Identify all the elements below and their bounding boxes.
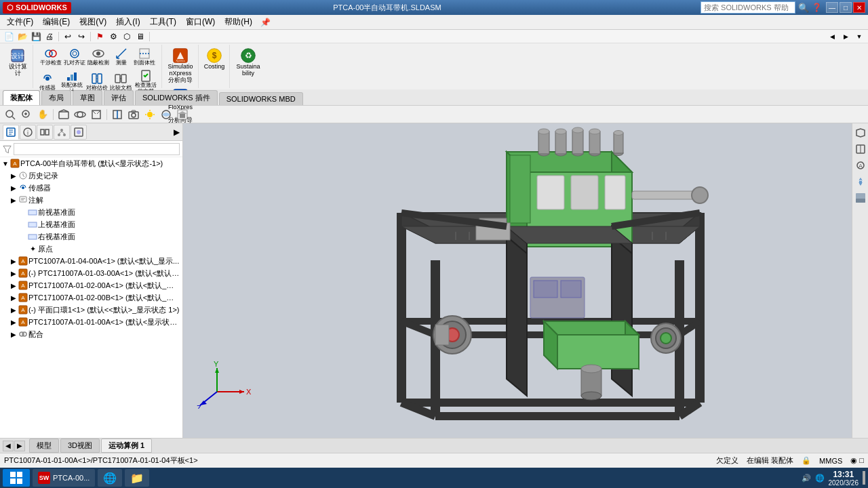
tree-part2[interactable]: ▶ A (-) PTC171007A-01-03-00A<1> (默认<默认_显…	[0, 267, 182, 279]
lp-tab-feature[interactable]	[3, 125, 19, 140]
bt-tab-motion[interactable]: 运动算例 1	[101, 439, 152, 453]
display-pane-btn[interactable]	[854, 142, 867, 156]
section-view-btn[interactable]	[110, 107, 125, 122]
view-setting-btn[interactable]	[854, 126, 867, 140]
sustainability-button[interactable]: ♻ Sustainability	[233, 46, 263, 79]
options-icon[interactable]: ⚙	[107, 30, 119, 43]
view-orient-btn[interactable]	[56, 107, 71, 122]
part4-expand-icon[interactable]: ▶	[9, 294, 18, 302]
scene-btn[interactable]	[175, 107, 190, 122]
zoom-in-btn[interactable]	[19, 107, 34, 122]
taskbar-explorer-app[interactable]: 📁	[125, 469, 149, 487]
measure-button[interactable]: 测量	[111, 46, 132, 67]
restore-button[interactable]: □	[840, 2, 852, 13]
taskbar-sw-app[interactable]: SW PTCA-00...	[33, 469, 95, 487]
print-icon[interactable]: 🖨	[43, 30, 56, 43]
tree-top-plane[interactable]: 上视基准面	[0, 218, 182, 230]
appearance-btn[interactable]	[854, 175, 867, 188]
start-button[interactable]	[3, 469, 30, 487]
taskbar-browser-app[interactable]: 🌐	[98, 469, 122, 487]
screen-icon[interactable]: 🖥	[134, 30, 146, 43]
float-btn[interactable]: ◀	[826, 30, 838, 43]
lp-tab-tree[interactable]	[54, 125, 70, 140]
part1-expand-icon[interactable]: ▶	[9, 258, 18, 265]
menu-help[interactable]: 帮助(H)	[220, 15, 256, 29]
pan-btn[interactable]: ✋	[35, 107, 50, 122]
menu-edit[interactable]: 编辑(E)	[39, 15, 74, 29]
costing-button[interactable]: $ Costing	[202, 46, 226, 72]
wireframe-btn[interactable]	[89, 107, 104, 122]
lp-tab-config[interactable]	[37, 125, 53, 140]
search-icon[interactable]: 🔍	[798, 3, 809, 13]
lp-filter-input[interactable]	[14, 143, 180, 155]
minimize-button[interactable]: —	[826, 2, 838, 13]
tab-sketch[interactable]: 草图	[73, 90, 102, 105]
annotations-expand-icon[interactable]: ▶	[9, 197, 18, 204]
tree-history[interactable]: ▶ 历史记录	[0, 169, 182, 182]
undo-icon[interactable]: ↩	[62, 30, 74, 43]
part5-expand-icon[interactable]: ▶	[9, 306, 18, 314]
tab-layout[interactable]: 布局	[41, 90, 71, 105]
part6-expand-icon[interactable]: ▶	[9, 319, 18, 326]
sensors-expand-icon[interactable]: ▶	[9, 184, 18, 192]
tree-mates[interactable]: ▶ 配合	[0, 328, 182, 340]
menu-file[interactable]: 文件(F)	[3, 15, 37, 29]
hide-check-button[interactable]: 隐蔽检测	[87, 46, 110, 67]
design-calc-button[interactable]: 设计 设计算计	[5, 46, 30, 79]
part2-expand-icon[interactable]: ▶	[9, 270, 18, 277]
part3-expand-icon[interactable]: ▶	[9, 282, 18, 289]
menu-view[interactable]: 视图(V)	[75, 15, 111, 29]
lp-tab-property[interactable]: i	[20, 125, 36, 140]
tree-part6[interactable]: ▶ A PTC171007A-01-01-00A<1> (默认<显示状态-...	[0, 316, 182, 328]
tree-part1[interactable]: ▶ A PTC1007A-01-04-00A<1> (默认<默认_显示...	[0, 255, 182, 267]
tab-evaluate[interactable]: 评估	[104, 90, 134, 105]
lighting-btn[interactable]	[142, 107, 157, 122]
menu-tools[interactable]: 工具(T)	[146, 15, 180, 29]
display-btn[interactable]	[159, 107, 174, 122]
root-expand-icon[interactable]: ▼	[1, 160, 9, 167]
taskbar-volume-icon[interactable]: 🔊	[802, 474, 811, 483]
extra-icon[interactable]: ⬡	[121, 30, 133, 43]
hide-show-btn[interactable]	[73, 107, 87, 122]
annotation-btn[interactable]: A	[854, 159, 867, 172]
search-input[interactable]	[701, 1, 795, 14]
menu-window[interactable]: 窗口(W)	[182, 15, 219, 29]
tree-root[interactable]: ▼ A PTCA-00半自动耳带机 (默认<显示状态-1>)	[0, 157, 182, 169]
tree-front-plane[interactable]: 前视基准面	[0, 206, 182, 218]
viewport[interactable]: X Y Z	[183, 123, 852, 438]
redo-icon[interactable]: ↪	[75, 30, 87, 43]
tree-annotations[interactable]: ▶ 注解	[0, 194, 182, 206]
bt-prev-btn[interactable]: ◀	[3, 441, 14, 451]
camera-btn[interactable]	[126, 107, 141, 122]
help-icon[interactable]: ❓	[812, 3, 822, 12]
show-desktop-btn[interactable]	[863, 471, 865, 485]
menu-insert[interactable]: 插入(I)	[112, 15, 144, 29]
tree-part5[interactable]: ▶ A (-) 平面口環1<1> (默认<<默认>_显示状态 1>)	[0, 304, 182, 316]
history-expand-icon[interactable]: ▶	[9, 172, 18, 180]
scene-bg-btn[interactable]	[854, 191, 867, 205]
float-btn3[interactable]: ▼	[853, 30, 865, 43]
lp-expand-btn[interactable]: ▶	[174, 127, 180, 137]
zoom-to-fit-btn[interactable]	[3, 107, 18, 122]
tab-sw-plugins[interactable]: SOLIDWORKS 插件	[135, 90, 218, 105]
float-btn2[interactable]: ▶	[840, 30, 852, 43]
mates-expand-icon[interactable]: ▶	[9, 331, 18, 338]
tree-part3[interactable]: ▶ A PTC171007A-01-02-00A<1> (默认<默认_显示...	[0, 279, 182, 291]
interference-check-button[interactable]: 干涉检查	[39, 46, 62, 67]
new-icon[interactable]: 📄	[3, 30, 15, 43]
tab-assembly[interactable]: 装配体	[3, 90, 40, 105]
bt-tab-3dview[interactable]: 3D视图	[60, 439, 100, 453]
menu-pin[interactable]: 📌	[260, 18, 271, 27]
tree-part4[interactable]: ▶ A PTC171007A-01-02-00B<1> (默认<默认_显示...	[0, 291, 182, 304]
bt-next-btn[interactable]: ▶	[14, 441, 25, 451]
close-button[interactable]: ✕	[853, 2, 865, 13]
tree-right-plane[interactable]: 右视基准面	[0, 230, 182, 243]
tree-origin[interactable]: ✦ 原点	[0, 243, 182, 255]
tab-sw-mbd[interactable]: SOLIDWORKS MBD	[219, 92, 303, 105]
bt-tab-model[interactable]: 模型	[29, 439, 59, 453]
section-button[interactable]: 剖面体性	[133, 46, 156, 67]
simulation-xpress-button[interactable]: Xpress SimulationXpress分析向导	[165, 46, 195, 85]
open-icon[interactable]: 📂	[16, 30, 28, 43]
save-icon[interactable]: 💾	[30, 30, 42, 43]
taskbar-network-icon[interactable]: 🌐	[815, 474, 825, 483]
